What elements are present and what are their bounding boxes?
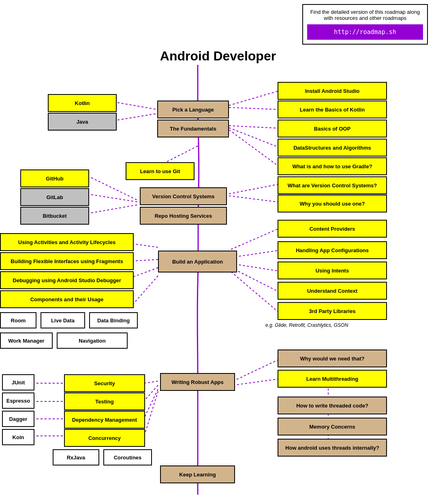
- svg-line-23: [144, 385, 158, 401]
- node-data-structures[interactable]: DataStructures and Algorithms: [278, 139, 387, 157]
- node-kotlin[interactable]: Kotlin: [48, 94, 117, 112]
- node-writing-robust[interactable]: Writing Robust Apps: [160, 373, 235, 391]
- svg-line-11: [91, 195, 138, 202]
- node-vcs[interactable]: Version Control Systems: [140, 187, 227, 205]
- svg-line-18: [231, 251, 278, 257]
- node-fragments[interactable]: Building Flexible Interfaces using Fragm…: [0, 252, 134, 270]
- node-memory-concerns[interactable]: Memory Concerns: [278, 418, 387, 435]
- node-activities[interactable]: Using Activities and Activity Lifecycles: [0, 233, 134, 251]
- node-using-intents[interactable]: Using Intents: [278, 262, 387, 279]
- node-handling-config[interactable]: Handling App Configurations: [278, 241, 387, 259]
- node-workmanager[interactable]: Work Manager: [0, 332, 53, 349]
- node-coroutines[interactable]: Coroutines: [103, 449, 152, 465]
- node-understand-context[interactable]: Understand Context: [278, 282, 387, 300]
- node-pick-language[interactable]: Pick a Language: [157, 101, 229, 118]
- svg-line-5: [229, 128, 278, 147]
- svg-line-1: [118, 114, 157, 120]
- node-gradle[interactable]: What is and how to use Gradle?: [278, 157, 387, 175]
- node-livedata[interactable]: Live Data: [41, 312, 85, 328]
- node-java[interactable]: Java: [48, 113, 117, 131]
- svg-line-0: [118, 103, 157, 109]
- node-third-party[interactable]: 3rd Party Libraries: [278, 302, 387, 320]
- svg-line-24: [144, 389, 158, 418]
- info-box-text: Find the detailed version of this roadma…: [307, 9, 423, 21]
- svg-line-12: [91, 205, 138, 213]
- svg-line-4: [229, 126, 278, 128]
- svg-line-6: [229, 130, 278, 165]
- node-learn-kotlin[interactable]: Learn the Basics of Kotlin: [278, 101, 387, 118]
- svg-line-31: [233, 379, 278, 385]
- svg-line-17: [231, 229, 278, 249]
- node-keep-learning[interactable]: Keep Learning: [160, 465, 235, 483]
- node-threaded-code[interactable]: How to write threaded code?: [278, 397, 387, 414]
- node-room[interactable]: Room: [0, 312, 36, 328]
- svg-line-13: [130, 243, 158, 247]
- svg-line-15: [130, 268, 158, 278]
- svg-line-9: [229, 196, 278, 202]
- node-concurrency[interactable]: Concurrency: [64, 429, 145, 447]
- node-dependency[interactable]: Dependency Management: [64, 411, 145, 429]
- svg-line-14: [130, 260, 158, 261]
- svg-line-30: [233, 360, 278, 381]
- roadmap-link[interactable]: http://roadmap.sh: [307, 24, 423, 40]
- info-box: Find the detailed version of this roadma…: [302, 4, 428, 45]
- node-build-app[interactable]: Build an Application: [158, 251, 237, 272]
- node-content-providers[interactable]: Content Providers: [278, 220, 387, 238]
- svg-line-10: [91, 178, 138, 200]
- node-junit[interactable]: JUnit: [2, 374, 34, 390]
- node-basics-oop[interactable]: Basics of OOP: [278, 120, 387, 137]
- node-gitlab[interactable]: GitLab: [20, 188, 89, 206]
- node-install-android[interactable]: Install Android Studio: [278, 82, 387, 100]
- node-vcs-why[interactable]: Why you should use one?: [278, 195, 387, 212]
- node-android-threads[interactable]: How android uses threads internally?: [278, 439, 387, 457]
- node-vcs-what[interactable]: What are Version Control Systems?: [278, 176, 387, 194]
- svg-line-19: [231, 264, 278, 271]
- node-fundamentals[interactable]: The Fundamentals: [157, 120, 229, 137]
- svg-line-20: [231, 268, 278, 291]
- node-components[interactable]: Components and their Usage: [0, 290, 134, 308]
- node-espresso[interactable]: Espresso: [2, 392, 34, 409]
- svg-line-16: [130, 276, 158, 308]
- node-bitbucket[interactable]: Bitbucket: [20, 207, 89, 225]
- svg-line-22: [144, 381, 158, 383]
- svg-line-25: [144, 391, 158, 436]
- node-rxjava[interactable]: RxJava: [53, 449, 99, 465]
- node-databinding[interactable]: Data Binding: [89, 312, 138, 328]
- svg-line-2: [229, 91, 278, 105]
- svg-line-21: [231, 272, 278, 311]
- node-why-need[interactable]: Why would we need that?: [278, 350, 387, 367]
- node-koin[interactable]: Koin: [2, 429, 34, 445]
- third-party-note: e.g. Glide, Retrofit, Crashlytics, GSON: [265, 322, 348, 328]
- node-learn-multithreading[interactable]: Learn Multithreading: [278, 370, 387, 388]
- node-debugging[interactable]: Debugging using Android Studio Debugger: [0, 271, 134, 289]
- node-learn-git[interactable]: Learn to use Git: [126, 162, 194, 180]
- svg-line-8: [229, 184, 278, 194]
- page-title: Android Developer: [0, 49, 436, 64]
- node-testing[interactable]: Testing: [64, 392, 145, 410]
- node-security[interactable]: Security: [64, 374, 145, 392]
- node-navigation[interactable]: Navigation: [57, 332, 128, 349]
- node-repo-hosting[interactable]: Repo Hosting Services: [140, 207, 227, 225]
- node-dagger[interactable]: Dagger: [2, 411, 34, 427]
- node-github[interactable]: GitHub: [20, 169, 89, 187]
- svg-line-3: [229, 107, 278, 109]
